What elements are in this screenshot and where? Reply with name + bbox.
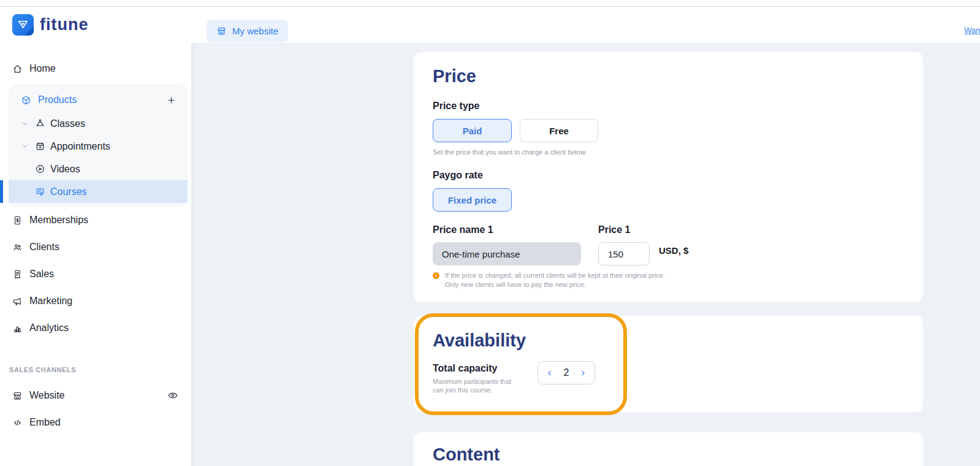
paygo-rate-label: Paygo rate xyxy=(433,170,904,181)
membership-card-icon xyxy=(12,215,23,226)
sidebar-item-videos[interactable]: Videos xyxy=(9,158,188,180)
sidebar-item-website[interactable]: Website xyxy=(0,382,191,409)
fixed-price-button[interactable]: Fixed price xyxy=(433,188,512,212)
sidebar-item-analytics[interactable]: Analytics xyxy=(0,315,191,342)
storefront-icon xyxy=(12,391,23,401)
sidebar-item-products[interactable]: Products xyxy=(9,88,188,112)
chevron-down-icon[interactable] xyxy=(21,120,29,128)
price-card-title: Price xyxy=(433,66,904,86)
receipt-icon xyxy=(12,269,23,280)
sidebar-item-courses[interactable]: Courses xyxy=(9,180,188,203)
total-capacity-label: Total capacity xyxy=(433,363,537,374)
megaphone-icon xyxy=(12,296,23,307)
sidebar-item-sales[interactable]: Sales xyxy=(0,261,191,288)
capacity-value: 2 xyxy=(564,367,569,378)
price-type-help: Set the price that you want to charge a … xyxy=(433,148,904,156)
content-card-title: Content xyxy=(433,445,904,465)
price-label: Price 1 xyxy=(598,224,904,235)
want-link[interactable]: Want xyxy=(964,26,980,35)
price-input[interactable] xyxy=(598,242,650,265)
add-product-button[interactable] xyxy=(167,96,176,105)
certificate-icon xyxy=(35,186,45,197)
cube-icon xyxy=(21,95,31,105)
fitune-logo-icon xyxy=(12,14,34,36)
code-icon xyxy=(12,418,23,428)
sidebar-item-label: Videos xyxy=(50,164,80,175)
play-circle-icon xyxy=(35,164,45,174)
sidebar-item-embed[interactable]: Embed xyxy=(0,409,191,436)
header: fitune My website Want xyxy=(0,6,980,43)
sales-channels-header: SALES CHANNELS xyxy=(0,366,191,373)
capacity-stepper: 2 xyxy=(537,361,595,384)
warning-text: If the price is changed, all current cli… xyxy=(445,271,679,289)
eye-icon[interactable] xyxy=(167,390,178,401)
products-group: Products xyxy=(9,84,188,207)
price-type-toggle: Paid Free xyxy=(433,119,904,142)
free-button[interactable]: Free xyxy=(520,119,598,142)
app-screen: fitune My website Want xyxy=(0,0,980,466)
sidebar-item-label: Appointments xyxy=(50,141,110,152)
price-name-input xyxy=(433,242,581,265)
sidebar-item-marketing[interactable]: Marketing xyxy=(0,288,191,315)
sidebar-item-label: Sales xyxy=(29,269,54,280)
sidebar-item-label: Website xyxy=(29,390,65,401)
top-strip xyxy=(0,0,980,6)
home-icon xyxy=(12,64,23,74)
content-card: Content xyxy=(414,432,923,466)
sidebar-item-appointments[interactable]: Appointments xyxy=(9,135,188,158)
bar-chart-icon xyxy=(12,323,23,334)
warning-icon xyxy=(433,272,439,279)
logo-wordmark: fitune xyxy=(40,15,89,34)
selected-indicator-bar xyxy=(0,180,3,203)
price-card: Price Price type Paid Free Set the price… xyxy=(414,52,923,302)
price-type-label: Price type xyxy=(433,101,904,112)
sidebar-item-label: Memberships xyxy=(29,215,88,226)
currency-label: USD, $ xyxy=(659,245,688,256)
availability-card: Availability Total capacity Maximum part… xyxy=(414,316,923,412)
sidebar-item-classes[interactable]: Classes xyxy=(9,112,188,135)
sidebar-item-clients[interactable]: Clients xyxy=(0,234,191,261)
yoga-person-icon xyxy=(35,118,45,129)
availability-card-title: Availability xyxy=(433,330,904,351)
logo-link[interactable]: fitune xyxy=(12,14,89,36)
people-icon xyxy=(12,242,23,253)
paid-button[interactable]: Paid xyxy=(433,119,512,142)
sidebar-item-label: Analytics xyxy=(29,323,69,334)
calendar-icon xyxy=(35,141,45,151)
sidebar-item-label: Classes xyxy=(50,118,85,129)
main-content: Price Price type Paid Free Set the price… xyxy=(191,43,980,466)
sidebar-item-label: Marketing xyxy=(29,296,72,307)
decrease-capacity-button[interactable] xyxy=(545,369,554,378)
storefront-icon xyxy=(216,26,227,36)
chevron-down-icon[interactable] xyxy=(21,142,29,150)
sidebar-item-label: Clients xyxy=(29,242,59,253)
my-website-button[interactable]: My website xyxy=(207,20,288,42)
price-name-label: Price name 1 xyxy=(433,224,598,235)
sidebar-item-label: Products xyxy=(38,94,77,105)
sidebar-item-label: Home xyxy=(29,63,56,74)
increase-capacity-button[interactable] xyxy=(579,369,588,378)
sidebar-item-label: Embed xyxy=(29,417,61,428)
price-warning: If the price is changed, all current cli… xyxy=(433,271,904,289)
sidebar-item-memberships[interactable]: Memberships xyxy=(0,207,191,234)
sidebar-item-home[interactable]: Home xyxy=(0,57,191,80)
sidebar-item-label: Courses xyxy=(50,186,87,197)
total-capacity-help: Maximum participants that can join this … xyxy=(433,377,518,394)
sidebar: Home Products xyxy=(0,43,191,466)
